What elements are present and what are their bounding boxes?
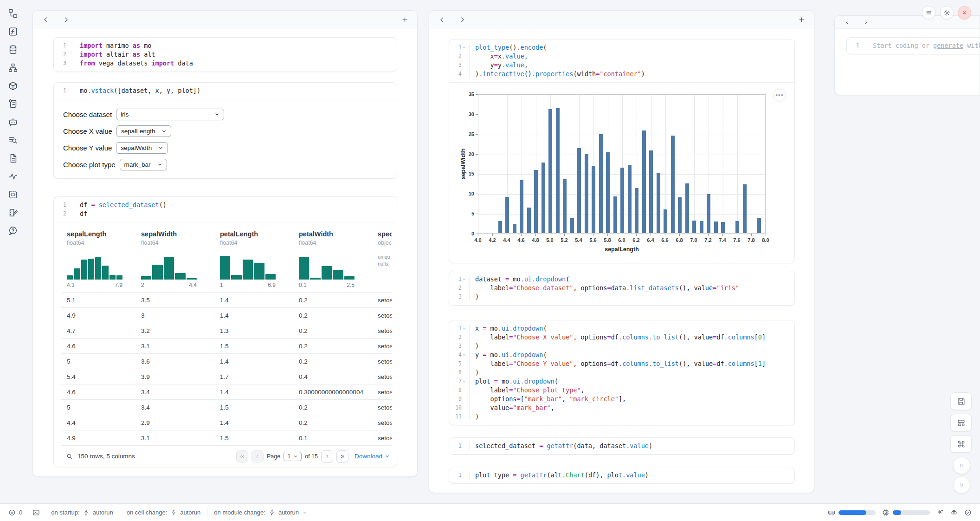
code-editor[interactable]: 1▾dataset = mo.ui.dropdown(2 label="Choo…: [449, 271, 794, 305]
altair-bar-chart[interactable]: 4.04.24.44.64.85.05.25.45.65.86.06.26.46…: [449, 83, 794, 263]
tracing-icon[interactable]: [7, 170, 19, 182]
table-cell: 1.5: [220, 404, 299, 411]
chevron-right-icon[interactable]: [457, 15, 467, 25]
layout-button[interactable]: [950, 414, 972, 431]
table-row: 4.93.11.50.1setos: [61, 430, 392, 445]
x-tick-label: 6.6: [661, 237, 668, 243]
x-value-select[interactable]: sepalLength: [116, 125, 172, 137]
table-cell: setos: [378, 389, 392, 396]
memory-usage[interactable]: [828, 509, 876, 516]
code-line: 4▾y = mo.ui.dropdown(: [449, 351, 794, 359]
file-tree-icon[interactable]: [7, 7, 19, 20]
stop-button[interactable]: [953, 457, 970, 474]
x-tick-label: 4.6: [517, 237, 524, 243]
table-column-header[interactable]: petalWidthfloat640.12.5: [299, 230, 378, 288]
code-editor[interactable]: 1Start coding or generate with: [847, 38, 980, 54]
check-circle-icon: [964, 509, 972, 516]
logs-icon[interactable]: [7, 98, 19, 110]
snippets-icon[interactable]: [7, 189, 19, 201]
command-palette-button[interactable]: [950, 435, 972, 453]
setting-label: on module change:: [214, 509, 265, 516]
code-editor[interactable]: 1▾x = mo.ui.dropdown(2 label="Choose X v…: [449, 320, 794, 425]
on-startup-setting[interactable]: on startup: autorun: [51, 509, 113, 516]
cell-plot: 1▾plot_type().encode(2 x=x.value,3 y=y.v…: [449, 39, 795, 263]
chevron-left-icon[interactable]: [842, 17, 852, 27]
chevron-left-icon[interactable]: [40, 15, 51, 25]
shutdown-button[interactable]: [958, 6, 971, 20]
chevron-down-icon: [293, 454, 298, 459]
settings-button[interactable]: [940, 6, 954, 20]
add-cell-icon[interactable]: [796, 15, 806, 25]
terminal-button[interactable]: [32, 509, 40, 516]
next-page-button[interactable]: [321, 450, 333, 462]
prev-page-button[interactable]: [251, 450, 264, 462]
page-label: Page: [267, 453, 280, 460]
x-tick-label: 5.8: [604, 237, 611, 243]
packages-icon[interactable]: [7, 80, 19, 92]
download-button[interactable]: Download: [355, 453, 390, 460]
cpu-usage[interactable]: [882, 509, 930, 516]
x-tick-label: 5.0: [546, 237, 553, 243]
chart-menu-button[interactable]: •••: [773, 89, 786, 102]
bolt-icon: [170, 509, 177, 516]
table-cell: 4.6: [67, 389, 141, 396]
ai-assist-button[interactable]: [936, 509, 944, 516]
table-column-header[interactable]: sepalWidthfloat6424.4: [141, 230, 220, 288]
dependency-graph-icon[interactable]: [7, 62, 19, 74]
run-button[interactable]: [953, 476, 970, 494]
code-editor[interactable]: 1import marimo as mo2import altair as al…: [54, 38, 397, 72]
y-value-select[interactable]: sepalWidth: [116, 142, 168, 154]
documentation-icon[interactable]: [7, 152, 19, 164]
chevron-down-icon: [161, 129, 167, 134]
table-column-header[interactable]: petalLengthfloat6416.9: [220, 230, 299, 288]
code-line: 11): [449, 412, 794, 421]
search-icon[interactable]: [66, 453, 73, 460]
control-row: Choose dataset iris: [63, 106, 387, 123]
save-button[interactable]: [950, 392, 972, 410]
table-cell: 5.4: [67, 373, 141, 380]
code-editor[interactable]: 1mo.vstack([dataset, x, y, plot]): [54, 83, 397, 99]
table-cell: setos: [378, 327, 392, 334]
code-editor[interactable]: 1df = selected_dataset()2df: [54, 197, 397, 222]
chevron-right-icon[interactable]: [61, 15, 71, 25]
x-tick-label: 7.4: [719, 237, 726, 243]
add-cell-icon[interactable]: [400, 15, 410, 25]
table-cell: setos: [378, 435, 392, 442]
notebook-edit-icon[interactable]: [7, 207, 19, 219]
chevron-left-icon[interactable]: [437, 15, 447, 25]
page-select[interactable]: 1: [284, 452, 302, 461]
menu-button[interactable]: [922, 6, 935, 20]
function-icon[interactable]: [7, 26, 19, 38]
code-editor[interactable]: 1▾plot_type().encode(2 x=x.value,3 y=y.v…: [449, 39, 794, 82]
on-module-change-setting[interactable]: on module change: autorun: [214, 509, 308, 516]
table-column-header[interactable]: sepalLengthfloat644.37.9: [67, 230, 141, 288]
column-histogram: [141, 253, 197, 280]
copilot-button[interactable]: [950, 509, 958, 516]
first-page-button[interactable]: [236, 450, 248, 462]
chart-plot-area[interactable]: [478, 94, 766, 234]
on-cell-change-setting[interactable]: on cell change: autorun: [127, 509, 201, 516]
chevrons-right-icon: [340, 454, 345, 459]
chat-icon[interactable]: [7, 116, 19, 128]
table-row: 4.931.40.2setos: [61, 307, 392, 323]
code-editor[interactable]: 1selected_dataset = getattr(data, datase…: [449, 438, 794, 454]
chevron-right-icon[interactable]: [861, 17, 871, 27]
table-cell: setos: [378, 343, 392, 350]
table-column-header[interactable]: specobjecuniqunulls:: [378, 230, 392, 288]
table-output: sepalLengthfloat644.37.9sepalWidthfloat6…: [54, 222, 397, 467]
table-cell: 4.4: [67, 419, 141, 426]
help-icon[interactable]: [7, 225, 19, 237]
x-tick-label: 7.8: [748, 237, 754, 243]
last-page-button[interactable]: [336, 450, 348, 462]
dataset-select[interactable]: iris: [116, 109, 224, 120]
plot-type-select[interactable]: mark_bar: [120, 159, 167, 170]
errors-indicator[interactable]: 0: [8, 509, 22, 516]
chevron-down-icon: [302, 510, 308, 515]
table-cell: 4.9: [67, 312, 141, 319]
database-icon[interactable]: [7, 44, 19, 56]
connection-status-button[interactable]: [964, 509, 972, 516]
code-editor[interactable]: 1plot_type = getattr(alt.Chart(df), plot…: [449, 467, 794, 483]
cell-dataframe: 1df = selected_dataset()2df sepalLengthf…: [53, 196, 397, 467]
y-axis-title: sepalWidth: [460, 149, 466, 180]
scratchpad-search-icon[interactable]: [7, 134, 19, 146]
